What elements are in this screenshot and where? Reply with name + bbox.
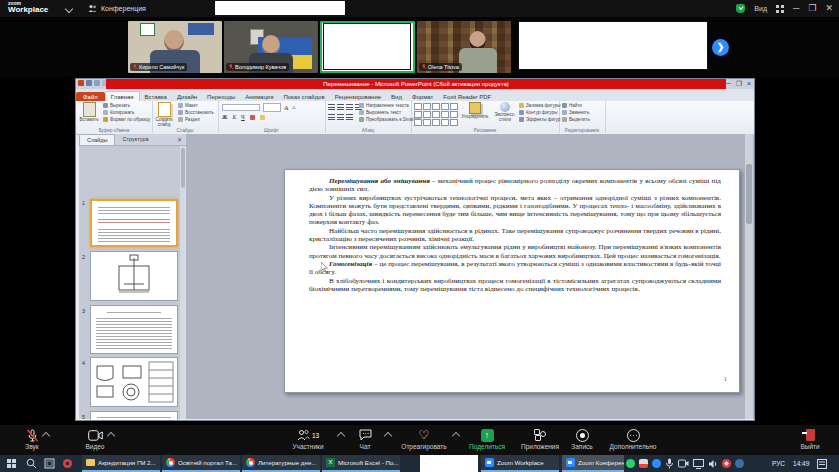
participants-chevron[interactable]	[337, 432, 345, 440]
save-icon[interactable]	[86, 80, 92, 86]
select-button[interactable]: Выделить	[562, 117, 590, 122]
align-center-icon[interactable]	[337, 104, 344, 110]
task-view-icon[interactable]	[44, 458, 55, 469]
react-button[interactable]: ♡ Отреагировать	[393, 428, 455, 450]
video-participant-4[interactable]: Olena Titova	[417, 21, 511, 73]
chat-chevron[interactable]	[384, 432, 392, 440]
quick-styles-button[interactable]: Экспресс-стили	[491, 102, 519, 122]
numbering-icon[interactable]	[337, 114, 344, 120]
format-painter-button[interactable]: Формат по образцу	[103, 117, 150, 122]
shape-effects-button[interactable]: Эффекты фигур	[519, 117, 560, 122]
font-color-icon[interactable]	[250, 115, 255, 120]
record-button[interactable]: Запись	[560, 428, 604, 450]
slide-thumbnail-4[interactable]	[90, 357, 178, 407]
main-scrollbar[interactable]	[745, 134, 753, 419]
highlight-icon[interactable]	[260, 115, 265, 120]
layout-button[interactable]: Макет	[178, 103, 198, 108]
pane-tab-outline[interactable]: Структура	[115, 134, 155, 145]
taskbar-app-chrome-1[interactable]: Освітній портал Та...	[162, 455, 240, 472]
indent-icon[interactable]	[346, 114, 353, 120]
ppt-minimize-button[interactable]: ─	[726, 79, 731, 89]
font-name-dropdown[interactable]	[222, 104, 260, 111]
tray-camera-icon[interactable]	[678, 459, 689, 468]
next-participants-button[interactable]: ❯	[712, 39, 729, 56]
text-direction-button[interactable]: Направление текста	[359, 103, 409, 108]
new-slide-button[interactable]: Создать слайд	[153, 102, 175, 127]
tab-file[interactable]: Файл	[76, 92, 105, 101]
slide-thumbnail-5[interactable]	[90, 411, 178, 421]
view-grid-icon[interactable]	[776, 5, 784, 13]
underline-button[interactable]: Ч	[241, 114, 245, 120]
video-button[interactable]: Видео	[68, 428, 122, 450]
share-button[interactable]: ↑ Поделиться	[460, 428, 514, 450]
network-tray-icon[interactable]	[735, 459, 744, 468]
paste-button[interactable]: Вставить	[78, 102, 100, 123]
anydesk-icon[interactable]	[639, 459, 648, 468]
replace-button[interactable]: Заменить	[562, 110, 589, 115]
font-size-dropdown[interactable]	[263, 103, 281, 112]
start-button-icon[interactable]	[7, 459, 16, 468]
align-left-icon[interactable]	[328, 104, 335, 110]
shrink-font-icon[interactable]: А	[292, 105, 296, 110]
tab-review[interactable]: Рецензирование	[330, 92, 386, 101]
opera-tray-icon[interactable]	[722, 459, 731, 468]
cut-button[interactable]: Вырезать	[103, 103, 130, 108]
find-button[interactable]: Найти	[562, 103, 582, 108]
close-button[interactable]: ✕	[825, 0, 833, 17]
tab-insert[interactable]: Вставка	[140, 92, 172, 101]
taskbar-app-zoom-meeting[interactable]: Zoom Конференц...	[562, 455, 624, 472]
language-indicator[interactable]: РУС	[772, 460, 785, 467]
slide-canvas[interactable]: Перемішування або змішування – механічни…	[284, 169, 740, 393]
italic-button[interactable]: К	[232, 114, 236, 120]
more-button[interactable]: Дополнительно	[600, 428, 666, 450]
notification-center-icon[interactable]	[817, 459, 827, 469]
apps-button[interactable]: Приложения	[513, 428, 567, 450]
slide-thumbnail-1[interactable]	[90, 199, 178, 247]
tray-monitor-icon[interactable]	[693, 459, 704, 469]
maximize-button[interactable]: ❐	[808, 0, 816, 17]
clock[interactable]: 14:49	[793, 460, 809, 467]
tab-transitions[interactable]: Переходы	[202, 92, 240, 101]
align-right-icon[interactable]	[346, 104, 353, 110]
video-participant-3-active[interactable]	[320, 21, 415, 73]
leave-button[interactable]: Выйти	[790, 428, 830, 450]
search-icon[interactable]	[26, 458, 37, 469]
grow-font-icon[interactable]: А	[284, 104, 289, 111]
video-participant-1[interactable]: Кирило Самойчук	[128, 21, 222, 73]
workspace-chevron-icon[interactable]	[65, 5, 73, 13]
chat-button[interactable]: Чат	[345, 428, 385, 450]
pane-tab-slides[interactable]: Слайды	[79, 134, 115, 145]
taskbar-app-folder[interactable]: Акредитация ГМ 2...	[82, 455, 160, 472]
tray-mic-icon[interactable]	[665, 458, 674, 469]
meeting-tab[interactable]: Конференция	[88, 2, 146, 15]
shape-outline-button[interactable]: Контур фигуры	[519, 110, 557, 115]
undo-icon[interactable]	[94, 80, 100, 86]
zoom-tray-icon[interactable]	[652, 459, 661, 468]
view-label[interactable]: Вид	[754, 5, 767, 12]
participants-button[interactable]: 13 Участники	[278, 428, 338, 450]
reset-button[interactable]: Восстановить	[178, 110, 214, 115]
tab-home[interactable]: Главная	[105, 91, 140, 101]
shape-fill-button[interactable]: Заливка фигуры	[519, 103, 560, 108]
bullets-icon[interactable]	[328, 114, 335, 120]
slide-thumbnail-2[interactable]	[90, 251, 178, 301]
tab-format[interactable]: Формат	[407, 92, 438, 101]
arrange-button[interactable]: Упорядочить	[461, 102, 489, 120]
video-participant-2[interactable]: Володимир Кувачов	[224, 21, 318, 73]
tab-view[interactable]: Вид	[386, 92, 407, 101]
tab-slideshow[interactable]: Показ слайдов	[278, 92, 329, 101]
opera-icon[interactable]	[63, 459, 72, 468]
ppt-maximize-button[interactable]: ❐	[736, 79, 742, 89]
align-text-button[interactable]: Выровнять текст	[359, 110, 401, 115]
whatsapp-icon[interactable]	[626, 459, 635, 468]
taskbar-app-zoom-workplace[interactable]: Zoom Workplace	[481, 455, 559, 472]
ppt-close-button[interactable]: ×	[747, 79, 751, 89]
tab-design[interactable]: Дизайн	[172, 92, 202, 101]
tab-foxit[interactable]: Foxit Reader PDF	[438, 92, 496, 101]
section-button[interactable]: Раздел	[178, 117, 200, 122]
security-shield-icon[interactable]	[736, 4, 745, 13]
taskbar-app-excel[interactable]: X Microsoft Excel - По...	[322, 455, 400, 472]
pane-close-icon[interactable]: ✕	[173, 134, 186, 145]
shapes-gallery[interactable]	[414, 103, 458, 126]
minimize-button[interactable]: ─	[793, 0, 799, 17]
